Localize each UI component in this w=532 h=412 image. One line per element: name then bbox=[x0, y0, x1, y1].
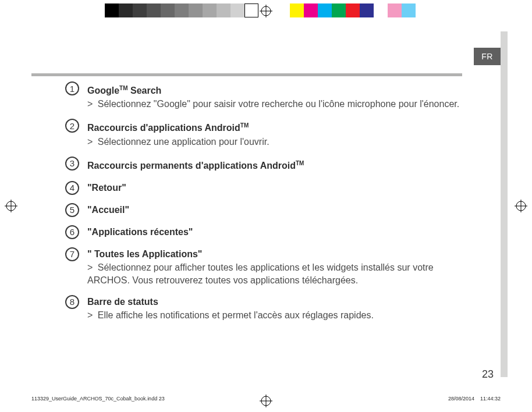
color-swatch bbox=[318, 3, 332, 17]
item-title: Barre de statuts bbox=[87, 295, 461, 309]
item-number-circle: 6 bbox=[65, 225, 79, 239]
item-title: "Applications récentes" bbox=[87, 225, 461, 239]
item-number-circle: 2 bbox=[65, 119, 79, 133]
page: FR 1GoogleTM Search> Sélectionnez "Googl… bbox=[0, 0, 532, 412]
registration-mark-icon bbox=[5, 200, 17, 212]
item-title: GoogleTM Search bbox=[87, 81, 461, 98]
content-list: 1GoogleTM Search> Sélectionnez "Google" … bbox=[65, 81, 461, 330]
color-swatch bbox=[133, 3, 147, 17]
list-item: 7" Toutes les Applications"> Sélectionne… bbox=[65, 247, 461, 287]
color-swatch bbox=[217, 3, 230, 17]
item-title: " Toutes les Applications" bbox=[87, 247, 461, 261]
item-number-circle: 7 bbox=[65, 247, 79, 261]
list-item: 1GoogleTM Search> Sélectionnez "Google" … bbox=[65, 81, 461, 111]
color-swatch bbox=[374, 3, 388, 17]
list-item: 3Raccourcis permanents d'applications An… bbox=[65, 157, 461, 173]
item-number-circle: 3 bbox=[65, 157, 79, 171]
color-swatch bbox=[416, 3, 430, 17]
color-swatch bbox=[230, 3, 244, 17]
item-description: > Elle affiche les notifications et perm… bbox=[87, 309, 461, 322]
color-bar-right bbox=[290, 3, 430, 17]
color-swatch bbox=[388, 3, 402, 17]
item-title: Raccourcis d'applications AndroidTM bbox=[87, 119, 461, 135]
item-number-circle: 8 bbox=[65, 295, 79, 309]
color-bar-left bbox=[105, 3, 258, 17]
color-swatch bbox=[203, 3, 217, 17]
color-swatch bbox=[147, 3, 161, 17]
footer-file: 113329_UserGuide_ARCHOS_70c_Cobalt_book.… bbox=[31, 396, 165, 402]
item-description: > Sélectionnez pour afficher toutes les … bbox=[87, 261, 461, 287]
item-title: Raccourcis permanents d'applications And… bbox=[87, 157, 461, 173]
list-item: 8Barre de statuts> Elle affiche les noti… bbox=[65, 295, 461, 322]
item-number-circle: 4 bbox=[65, 181, 79, 195]
list-item: 4"Retour" bbox=[65, 181, 461, 195]
footer-time: 11:44:32 bbox=[480, 396, 501, 402]
section-rule bbox=[31, 73, 462, 76]
footer-date: 28/08/2014 bbox=[448, 396, 474, 402]
color-swatch bbox=[161, 3, 175, 17]
color-swatch bbox=[346, 3, 360, 17]
list-item: 6"Applications récentes" bbox=[65, 225, 461, 239]
list-item: 2Raccourcis d'applications AndroidTM> Sé… bbox=[65, 119, 461, 148]
page-number: 23 bbox=[482, 368, 494, 381]
color-swatch bbox=[402, 3, 416, 17]
color-swatch bbox=[119, 3, 133, 17]
item-title: "Accueil" bbox=[87, 203, 461, 217]
item-description: > Sélectionnez "Google" pour saisir votr… bbox=[87, 98, 461, 111]
item-title: "Retour" bbox=[87, 181, 461, 195]
item-description: > Sélectionnez une application pour l'ou… bbox=[87, 136, 461, 148]
color-swatch bbox=[175, 3, 189, 17]
color-swatch bbox=[304, 3, 318, 17]
color-swatch bbox=[244, 3, 258, 17]
footer-slug: 113329_UserGuide_ARCHOS_70c_Cobalt_book.… bbox=[31, 396, 501, 402]
color-swatch bbox=[105, 3, 119, 17]
color-swatch bbox=[332, 3, 346, 17]
item-number-circle: 5 bbox=[65, 203, 79, 217]
list-item: 5"Accueil" bbox=[65, 203, 461, 217]
item-number-circle: 1 bbox=[65, 81, 79, 95]
color-swatch bbox=[360, 3, 374, 17]
registration-mark-icon bbox=[515, 200, 527, 212]
color-swatch bbox=[189, 3, 203, 17]
color-swatch bbox=[290, 3, 304, 17]
registration-mark-icon bbox=[260, 5, 272, 17]
side-margin-column bbox=[501, 31, 508, 377]
language-tab: FR bbox=[474, 48, 501, 65]
